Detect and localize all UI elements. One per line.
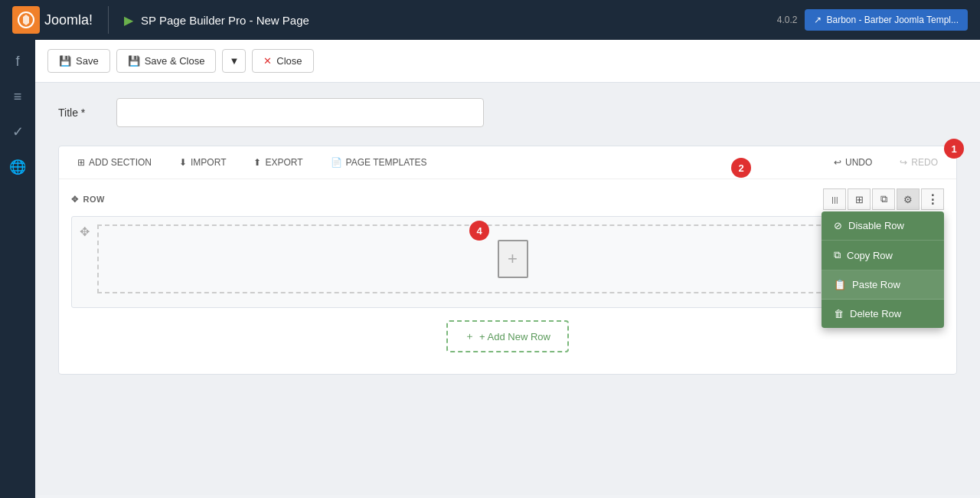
export-button[interactable]: ⬆ EXPORT bbox=[247, 154, 309, 171]
copy-icon: ⧉ bbox=[880, 193, 887, 205]
row-columns-button[interactable]: ⫼ bbox=[823, 188, 846, 210]
paste-row-label: Paste Row bbox=[852, 279, 900, 290]
redo-button[interactable]: ↪ REDO bbox=[893, 154, 944, 171]
chevron-down-icon: ▼ bbox=[229, 55, 239, 67]
disable-row-icon: ⊘ bbox=[834, 220, 842, 231]
save-close-label: Save & Close bbox=[145, 55, 205, 67]
row-section: ✥ ROW 2 ⫼ ⊞ bbox=[59, 179, 956, 374]
logo-area: Joomla! bbox=[12, 6, 109, 34]
import-icon: ⬇ bbox=[179, 157, 187, 168]
delete-row-icon: 🗑 bbox=[834, 308, 844, 319]
paste-row-item[interactable]: 📋 Paste Row bbox=[822, 270, 944, 300]
delete-row-item[interactable]: 🗑 Delete Row bbox=[822, 300, 944, 328]
page-templates-label: PAGE TEMPLATES bbox=[346, 157, 427, 168]
add-row-container: ＋ + Add New Row bbox=[71, 320, 944, 352]
save-close-button[interactable]: 💾 Save & Close bbox=[116, 49, 217, 73]
row-label-text: ROW bbox=[83, 195, 105, 204]
sidebar-item-facebook[interactable]: f bbox=[5, 49, 30, 74]
save-button[interactable]: 💾 Save bbox=[47, 49, 110, 73]
settings-icon: ⚙ bbox=[903, 194, 913, 205]
disable-row-label: Disable Row bbox=[848, 220, 904, 231]
main-layout: f ≡ ✓ 🌐 💾 Save 💾 Save & Close ▼ bbox=[0, 40, 980, 498]
element-icon: + bbox=[498, 240, 528, 278]
row-label-area: ✥ ROW bbox=[71, 195, 105, 205]
row-move-crosshair: ✥ bbox=[71, 195, 79, 205]
globe-icon: 🌐 bbox=[9, 159, 26, 175]
facebook-icon: f bbox=[15, 54, 19, 70]
row-drag-handle[interactable]: ✥ bbox=[80, 224, 90, 239]
add-row-label: + Add New Row bbox=[479, 331, 550, 342]
columns-icon: ⫼ bbox=[830, 194, 840, 205]
disable-row-item[interactable]: ⊘ Disable Row bbox=[822, 211, 944, 241]
delete-row-label: Delete Row bbox=[850, 308, 901, 319]
title-row: Title * bbox=[58, 98, 957, 127]
redo-icon: ↪ bbox=[900, 157, 907, 168]
layout-icon: ⊞ bbox=[855, 194, 864, 205]
export-icon: ⬆ bbox=[253, 157, 261, 168]
column-placeholder: 4 + bbox=[97, 224, 928, 293]
save-icon: 💾 bbox=[59, 55, 71, 67]
import-label: IMPORT bbox=[191, 157, 226, 168]
builder-toolbar: ⊞ ADD SECTION ⬇ IMPORT ⬆ EXPORT 📄 PAGE T… bbox=[59, 146, 956, 179]
redo-label: REDO bbox=[911, 157, 938, 168]
version-badge: 4.0.2 bbox=[777, 15, 798, 25]
sidebar-item-check[interactable]: ✓ bbox=[5, 120, 30, 144]
copy-row-icon: ⧉ bbox=[834, 249, 841, 261]
more-options-icon: ⋮ bbox=[926, 192, 939, 207]
sidebar-item-menu[interactable]: ≡ bbox=[5, 84, 30, 109]
annotation-badge-1: 1 bbox=[944, 139, 964, 159]
add-section-icon: ⊞ bbox=[77, 157, 85, 168]
export-label: EXPORT bbox=[265, 157, 302, 168]
copy-row-label: Copy Row bbox=[847, 250, 893, 261]
check-icon: ✓ bbox=[12, 123, 24, 140]
page-builder-icon: ▶ bbox=[124, 13, 133, 28]
builder-panel: 1 ⊞ ADD SECTION ⬇ IMPORT ⬆ EXPORT bbox=[58, 146, 957, 375]
sidebar-item-globe[interactable]: 🌐 bbox=[5, 155, 30, 179]
add-element-area: + bbox=[498, 240, 528, 278]
title-input[interactable] bbox=[116, 98, 484, 127]
import-button[interactable]: ⬇ IMPORT bbox=[173, 154, 232, 171]
page-area: Title * 1 ⊞ ADD SECTION ⬇ IMPOR bbox=[35, 83, 980, 495]
page-templates-button[interactable]: 📄 PAGE TEMPLATES bbox=[325, 154, 433, 171]
row-more-button[interactable]: ⋮ bbox=[921, 188, 944, 210]
annotation-badge-2: 2 bbox=[731, 158, 751, 178]
page-title-area: ▶ SP Page Builder Pro - New Page bbox=[124, 13, 777, 28]
save-label: Save bbox=[76, 55, 99, 67]
add-row-icon: ＋ bbox=[465, 329, 475, 343]
toolbar: 💾 Save 💾 Save & Close ▼ ✕ Close bbox=[35, 40, 980, 83]
annotation-badge-4: 4 bbox=[469, 221, 489, 241]
add-section-label: ADD SECTION bbox=[89, 157, 152, 168]
row-settings-button[interactable]: ⚙ bbox=[897, 188, 920, 210]
row-header: ✥ ROW 2 ⫼ ⊞ bbox=[71, 188, 944, 210]
undo-button[interactable]: ↩ UNDO bbox=[828, 154, 878, 171]
row-controls: 2 ⫼ ⊞ ⧉ ⚙ bbox=[823, 188, 944, 210]
page-templates-icon: 📄 bbox=[331, 157, 342, 168]
row-content-area: ✥ 4 + bbox=[71, 216, 944, 308]
left-sidebar: f ≡ ✓ 🌐 bbox=[0, 40, 35, 498]
template-btn-label: Barbon - Barber Joomla Templ... bbox=[826, 15, 959, 25]
top-nav-right: 4.0.2 ↗ Barbon - Barber Joomla Templ... bbox=[777, 9, 968, 31]
paste-row-icon: 📋 bbox=[834, 279, 846, 290]
main-content: 💾 Save 💾 Save & Close ▼ ✕ Close Title * bbox=[35, 40, 980, 498]
add-new-row-button[interactable]: ＋ + Add New Row bbox=[446, 320, 569, 352]
row-layout-button[interactable]: ⊞ bbox=[848, 188, 871, 210]
copy-row-item[interactable]: ⧉ Copy Row bbox=[822, 241, 944, 270]
add-section-button[interactable]: ⊞ ADD SECTION bbox=[71, 154, 158, 171]
close-label: Close bbox=[276, 55, 302, 67]
undo-icon: ↩ bbox=[834, 157, 841, 168]
joomla-text: Joomla! bbox=[44, 12, 93, 28]
row-copy-button[interactable]: ⧉ bbox=[872, 188, 895, 210]
top-navigation: Joomla! ▶ SP Page Builder Pro - New Page… bbox=[0, 0, 980, 40]
joomla-icon bbox=[12, 6, 40, 34]
title-label: Title * bbox=[58, 106, 104, 119]
menu-icon: ≡ bbox=[14, 89, 22, 105]
save-close-icon: 💾 bbox=[128, 55, 140, 67]
close-button[interactable]: ✕ Close bbox=[252, 49, 313, 73]
close-icon: ✕ bbox=[263, 55, 272, 67]
undo-label: UNDO bbox=[845, 157, 872, 168]
dropdown-button[interactable]: ▼ bbox=[222, 49, 246, 73]
row-context-menu: 3 ⊘ Disable Row ⧉ Copy Row bbox=[822, 211, 944, 328]
page-title: SP Page Builder Pro - New Page bbox=[141, 14, 309, 27]
external-link-icon: ↗ bbox=[814, 15, 822, 25]
template-button[interactable]: ↗ Barbon - Barber Joomla Templ... bbox=[805, 9, 968, 31]
